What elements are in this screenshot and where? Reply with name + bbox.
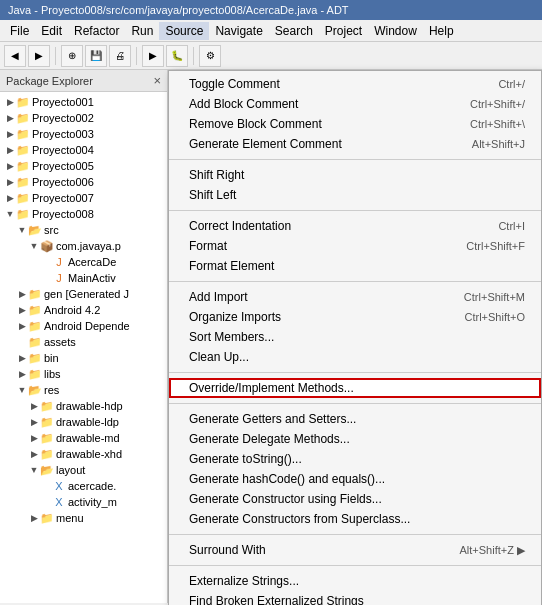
list-item[interactable]: ▼ 📦 com.javaya.p — [0, 238, 167, 254]
menu-source[interactable]: Source — [159, 22, 209, 40]
toolbar-sep1 — [55, 47, 56, 65]
menu-navigate[interactable]: Navigate — [209, 22, 268, 40]
menu-format-element[interactable]: Format Element — [169, 256, 541, 276]
menu-generate-hashcode-equals[interactable]: Generate hashCode() and equals()... — [169, 469, 541, 489]
chevron-right-icon: ▶ — [16, 368, 28, 380]
list-item[interactable]: X activity_m — [0, 494, 167, 510]
toolbar-run[interactable]: ▶ — [142, 45, 164, 67]
folder-icon: 📁 — [28, 303, 42, 317]
project-icon: 📁 — [16, 159, 30, 173]
list-item[interactable]: J AcercaDe — [0, 254, 167, 270]
menu-remove-block-comment[interactable]: Remove Block Comment Ctrl+Shift+\ — [169, 114, 541, 134]
source-dropdown-menu: Toggle Comment Ctrl+/ Add Block Comment … — [168, 70, 542, 605]
menu-sort-members[interactable]: Sort Members... — [169, 327, 541, 347]
xml-file-icon: X — [52, 479, 66, 493]
folder-icon: 📁 — [28, 351, 42, 365]
menu-organize-imports[interactable]: Organize Imports Ctrl+Shift+O — [169, 307, 541, 327]
menu-item-label: Generate Constructor using Fields... — [189, 492, 382, 506]
folder-icon: 📂 — [28, 223, 42, 237]
list-item[interactable]: ▼ 📁 Proyecto008 — [0, 206, 167, 222]
list-item[interactable]: ▶ 📁 Android Depende — [0, 318, 167, 334]
list-item[interactable]: ▶ 📁 drawable-xhd — [0, 446, 167, 462]
menu-window[interactable]: Window — [368, 22, 423, 40]
list-item[interactable]: ▶ 📁 Proyecto003 — [0, 126, 167, 142]
menu-externalize-strings[interactable]: Externalize Strings... — [169, 571, 541, 591]
menu-toggle-comment[interactable]: Toggle Comment Ctrl+/ — [169, 74, 541, 94]
no-arrow — [16, 336, 28, 348]
list-item[interactable]: ▶ 📁 drawable-ldp — [0, 414, 167, 430]
menu-item-label: Clean Up... — [189, 350, 249, 364]
menu-generate-getters-setters[interactable]: Generate Getters and Setters... — [169, 409, 541, 429]
menu-generate-element-comment[interactable]: Generate Element Comment Alt+Shift+J — [169, 134, 541, 154]
menu-shift-right[interactable]: Shift Right — [169, 165, 541, 185]
menu-add-block-comment[interactable]: Add Block Comment Ctrl+Shift+/ — [169, 94, 541, 114]
dropdown-section-format: Correct Indentation Ctrl+I Format Ctrl+S… — [169, 213, 541, 279]
list-item[interactable]: ▶ 📁 Proyecto006 — [0, 174, 167, 190]
toolbar-debug[interactable]: 🐛 — [166, 45, 188, 67]
menu-item-label: Find Broken Externalized Strings — [189, 594, 364, 605]
menu-find-broken-externalized-strings[interactable]: Find Broken Externalized Strings — [169, 591, 541, 605]
list-item[interactable]: ▼ 📂 res — [0, 382, 167, 398]
toolbar-back[interactable]: ◀ — [4, 45, 26, 67]
list-item[interactable]: ▼ 📂 src — [0, 222, 167, 238]
sidebar-close[interactable]: × — [153, 73, 161, 88]
separator-1 — [169, 159, 541, 160]
toolbar-save[interactable]: 💾 — [85, 45, 107, 67]
chevron-right-icon: ▶ — [16, 352, 28, 364]
menu-clean-up[interactable]: Clean Up... — [169, 347, 541, 367]
menu-edit[interactable]: Edit — [35, 22, 68, 40]
list-item[interactable]: ▼ 📂 layout — [0, 462, 167, 478]
menu-item-label: Format — [189, 239, 227, 253]
list-item[interactable]: ▶ 📁 Proyecto002 — [0, 110, 167, 126]
list-item[interactable]: ▶ 📁 menu — [0, 510, 167, 526]
list-item[interactable]: X acercade. — [0, 478, 167, 494]
menu-file[interactable]: File — [4, 22, 35, 40]
menu-search[interactable]: Search — [269, 22, 319, 40]
chevron-right-icon: ▶ — [4, 96, 16, 108]
menu-override-implement-methods[interactable]: Override/Implement Methods... — [169, 378, 541, 398]
menu-help[interactable]: Help — [423, 22, 460, 40]
list-item[interactable]: ▶ 📁 Proyecto004 — [0, 142, 167, 158]
list-item[interactable]: J MainActiv — [0, 270, 167, 286]
menu-item-shortcut: Alt+Shift+Z ▶ — [460, 544, 525, 557]
list-item[interactable]: ▶ 📁 bin — [0, 350, 167, 366]
list-item[interactable]: ▶ 📁 libs — [0, 366, 167, 382]
list-item[interactable]: ▶ 📁 Proyecto001 — [0, 94, 167, 110]
toolbar-settings[interactable]: ⚙ — [199, 45, 221, 67]
chevron-right-icon: ▶ — [16, 320, 28, 332]
list-item[interactable]: ▶ 📁 drawable-md — [0, 430, 167, 446]
menu-run[interactable]: Run — [125, 22, 159, 40]
toolbar-new[interactable]: ⊕ — [61, 45, 83, 67]
menu-generate-constructor-fields[interactable]: Generate Constructor using Fields... — [169, 489, 541, 509]
list-item[interactable]: ▶ 📁 Android 4.2 — [0, 302, 167, 318]
title-text: Java - Proyecto008/src/com/javaya/proyec… — [8, 4, 349, 16]
toolbar-forward[interactable]: ▶ — [28, 45, 50, 67]
toolbar-print[interactable]: 🖨 — [109, 45, 131, 67]
menu-format[interactable]: Format Ctrl+Shift+F — [169, 236, 541, 256]
menu-item-shortcut: Ctrl+Shift+\ — [470, 118, 525, 130]
list-item[interactable]: ▶ 📁 gen [Generated J — [0, 286, 167, 302]
menu-item-label: Generate Getters and Setters... — [189, 412, 356, 426]
separator-7 — [169, 565, 541, 566]
project-icon: 📁 — [16, 207, 30, 221]
separator-5 — [169, 403, 541, 404]
menu-surround-with[interactable]: Surround With Alt+Shift+Z ▶ — [169, 540, 541, 560]
chevron-right-icon: ▶ — [4, 176, 16, 188]
menu-item-shortcut: Ctrl+I — [498, 220, 525, 232]
list-item[interactable]: 📁 assets — [0, 334, 167, 350]
menu-shift-left[interactable]: Shift Left — [169, 185, 541, 205]
chevron-right-icon: ▶ — [4, 160, 16, 172]
menu-correct-indentation[interactable]: Correct Indentation Ctrl+I — [169, 216, 541, 236]
chevron-right-icon: ▶ — [4, 112, 16, 124]
menu-project[interactable]: Project — [319, 22, 368, 40]
menu-generate-tostring[interactable]: Generate toString()... — [169, 449, 541, 469]
list-item[interactable]: ▶ 📁 Proyecto007 — [0, 190, 167, 206]
list-item[interactable]: ▶ 📁 drawable-hdp — [0, 398, 167, 414]
menu-generate-constructors-superclass[interactable]: Generate Constructors from Superclass... — [169, 509, 541, 529]
menu-generate-delegate-methods[interactable]: Generate Delegate Methods... — [169, 429, 541, 449]
dropdown-section-generate: Generate Getters and Setters... Generate… — [169, 406, 541, 532]
menu-add-import[interactable]: Add Import Ctrl+Shift+M — [169, 287, 541, 307]
tree-item-label: drawable-ldp — [56, 416, 119, 428]
list-item[interactable]: ▶ 📁 Proyecto005 — [0, 158, 167, 174]
menu-refactor[interactable]: Refactor — [68, 22, 125, 40]
